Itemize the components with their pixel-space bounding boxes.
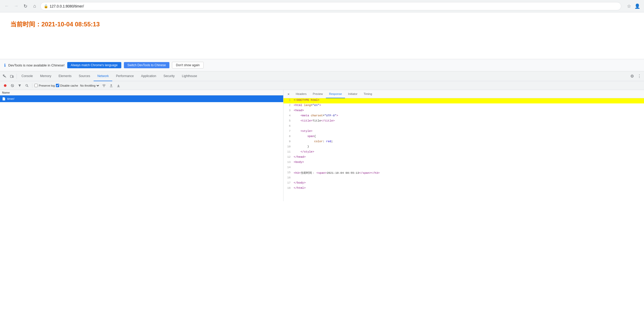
home-button[interactable]: ⌂ (31, 3, 38, 10)
code-line-15: 15 <h3>当前时间： <span>2021-10-04 08:55:13</… (283, 171, 644, 176)
reload-button[interactable]: ↻ (22, 3, 29, 10)
code-line-4: 4 <meta charset="UTF-8"> (283, 114, 644, 119)
svg-line-5 (12, 85, 13, 86)
tab-console[interactable]: Console (18, 71, 36, 81)
code-line-1: 1 <!DOCTYPE html> (283, 98, 644, 103)
tab-security[interactable]: Security (160, 71, 178, 81)
toolbar-separator (32, 83, 32, 88)
forward-button[interactable]: → (12, 3, 20, 10)
code-line-3: 3 <head> (283, 109, 644, 114)
network-right-panel: × Headers Preview Response Initiator Tim… (283, 90, 644, 201)
tab-separator (17, 74, 17, 79)
url-text: 127.0.0.1:8080/timer/ (50, 4, 84, 8)
tab-memory[interactable]: Memory (36, 71, 55, 81)
record-button[interactable] (2, 82, 8, 89)
devtools-main: Name 📄 timer/ × Headers Preview Response (0, 90, 644, 201)
code-line-7: 7 <style> (283, 129, 644, 134)
svg-rect-2 (13, 76, 13, 78)
upload-icon-button[interactable] (108, 82, 114, 89)
devtools-settings-button[interactable]: ⚙ (628, 73, 636, 80)
code-view: 1 <!DOCTYPE html> 2 <html lang="en"> 3 <… (283, 98, 644, 201)
disable-cache-label[interactable]: Disable cache (56, 84, 78, 87)
tab-network[interactable]: Network (94, 71, 112, 81)
devtools-banner: ℹ DevTools is now available in Chinese! … (0, 59, 644, 71)
tab-response[interactable]: Response (326, 90, 345, 98)
preserve-log-label[interactable]: Preserve log (34, 84, 55, 87)
tab-sources[interactable]: Sources (75, 71, 94, 81)
throttle-dropdown[interactable]: No throttling Fast 3G Slow 3G Offline (79, 84, 100, 87)
bookmark-button[interactable]: ☆ (625, 3, 633, 10)
file-icon: 📄 (2, 97, 6, 101)
always-match-button[interactable]: Always match Chrome's language (67, 62, 121, 68)
lock-icon: 🔒 (44, 4, 48, 8)
tab-lighthouse[interactable]: Lighthouse (178, 71, 201, 81)
wifi-icon-button[interactable] (101, 82, 107, 89)
close-button[interactable]: × (286, 91, 292, 97)
code-line-13: 13 <body> (283, 160, 644, 165)
devtools-tabs: Console Memory Elements Sources Network … (0, 71, 644, 81)
search-button[interactable] (24, 82, 30, 89)
download-icon-button[interactable] (115, 82, 122, 89)
disable-cache-text: Disable cache (60, 84, 78, 87)
dont-show-again-button[interactable]: Don't show again (172, 62, 204, 69)
response-tabs: × Headers Preview Response Initiator Tim… (283, 90, 644, 98)
code-line-18: 18 </html> (283, 186, 644, 191)
code-line-8: 8 span{ (283, 134, 644, 140)
svg-line-7 (27, 86, 28, 87)
filter-button[interactable] (17, 82, 23, 89)
preserve-log-text: Preserve log (39, 84, 55, 87)
browser-chrome: ← → ↻ ⌂ 🔒 127.0.0.1:8080/timer/ ☆ 👤 (0, 0, 644, 12)
svg-point-6 (26, 84, 28, 86)
svg-rect-1 (10, 75, 12, 78)
page-title-prefix: 当前时间： (10, 21, 41, 28)
info-icon: ℹ (4, 63, 6, 68)
select-element-button[interactable] (1, 73, 8, 80)
devtools: Console Memory Elements Sources Network … (0, 71, 644, 201)
preserve-log-checkbox[interactable] (34, 84, 38, 87)
network-left-panel: Name 📄 timer/ (0, 90, 283, 201)
banner-message: DevTools is now available in Chinese! (8, 63, 65, 67)
code-line-11: 11 </style> (283, 150, 644, 155)
tab-elements[interactable]: Elements (55, 71, 75, 81)
address-bar[interactable]: 🔒 127.0.0.1:8080/timer/ (40, 2, 621, 10)
code-line-14: 14 (283, 165, 644, 171)
page-title: 当前时间：2021-10-04 08:55:13 (10, 20, 634, 28)
devtools-more-button[interactable]: ⋮ (636, 73, 643, 80)
switch-devtools-button[interactable]: Switch DevTools to Chinese (124, 62, 170, 68)
tab-headers[interactable]: Headers (293, 90, 310, 98)
clear-button[interactable] (9, 82, 16, 89)
tab-performance[interactable]: Performance (112, 71, 137, 81)
svg-point-3 (4, 84, 6, 87)
tab-application[interactable]: Application (137, 71, 160, 81)
code-line-5: 5 <title>Title</title> (283, 119, 644, 124)
browser-actions: ☆ 👤 (625, 3, 641, 10)
network-list-header: Name (0, 90, 283, 95)
code-line-9: 9 color: red; (283, 140, 644, 145)
code-line-16: 16 (283, 176, 644, 181)
code-line-2: 2 <html lang="en"> (283, 103, 644, 109)
page-content: 当前时间：2021-10-04 08:55:13 (0, 12, 644, 59)
network-list-item[interactable]: 📄 timer/ (0, 95, 283, 102)
code-line-17: 17 </body> (283, 181, 644, 186)
profile-button[interactable]: 👤 (634, 3, 641, 10)
item-name: timer/ (7, 97, 14, 100)
throttle-select[interactable]: No throttling Fast 3G Slow 3G Offline (79, 84, 100, 87)
code-line-10: 10 } (283, 145, 644, 150)
back-button[interactable]: ← (3, 3, 10, 10)
code-line-6: 6 (283, 124, 644, 129)
svg-point-8 (104, 87, 104, 87)
device-toolbar-button[interactable] (8, 73, 16, 80)
tab-preview[interactable]: Preview (310, 90, 326, 98)
tab-initiator[interactable]: Initiator (345, 90, 361, 98)
code-line-12: 12 </head> (283, 155, 644, 160)
tab-timing[interactable]: Timing (361, 90, 375, 98)
page-title-time: 2021-10-04 08:55:13 (41, 21, 100, 28)
disable-cache-checkbox[interactable] (56, 84, 59, 87)
network-toolbar: Preserve log Disable cache No throttling… (0, 81, 644, 90)
